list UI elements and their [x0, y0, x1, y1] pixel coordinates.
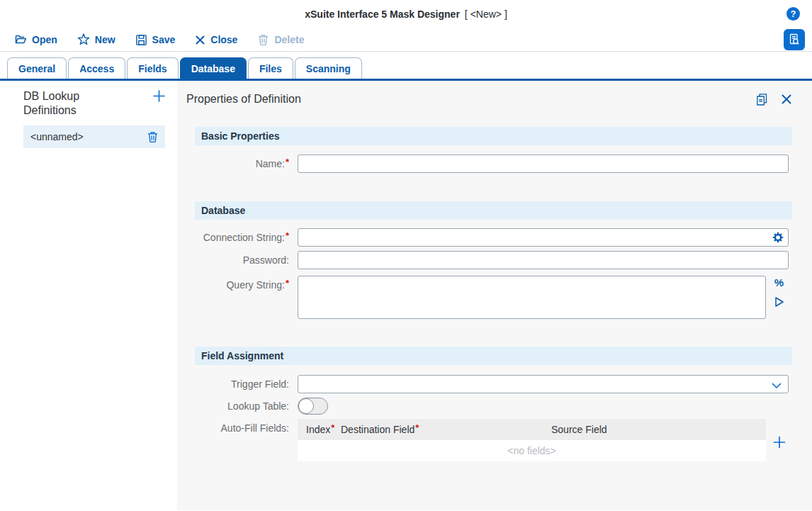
- section-database: Database: [195, 201, 792, 220]
- trigger-field-select[interactable]: [298, 375, 789, 393]
- list-item-definition[interactable]: <unnamed>: [23, 125, 165, 148]
- add-definition-button[interactable]: [152, 89, 166, 103]
- tab-general-label: General: [18, 63, 55, 74]
- connection-settings-button[interactable]: [772, 232, 784, 243]
- section-basic-properties-title: Basic Properties: [201, 130, 280, 142]
- chevron-down-icon: [772, 383, 782, 388]
- connection-string-input[interactable]: [298, 228, 789, 247]
- tab-files[interactable]: Files: [248, 57, 293, 79]
- tab-access[interactable]: Access: [68, 57, 125, 79]
- page-title-main: xSuite Interface 5 Mask Designer: [305, 9, 460, 20]
- close-x-icon: [195, 35, 205, 45]
- section-field-assignment: Field Assignment: [195, 347, 792, 365]
- wildcard-percent-button[interactable]: %: [774, 278, 784, 288]
- log-viewer-button[interactable]: [784, 29, 805, 50]
- save-button[interactable]: Save: [135, 34, 176, 46]
- app-header: xSuite Interface 5 Mask Designer[ <New> …: [0, 0, 812, 28]
- auto-fill-fields-label: Auto-Fill Fields:: [195, 419, 289, 434]
- lookup-table-label: Lookup Table:: [195, 400, 289, 412]
- trigger-field-label: Trigger Field:: [195, 378, 289, 390]
- section-field-assignment-title: Field Assignment: [201, 350, 283, 361]
- query-string-label: Query String:*: [195, 276, 289, 291]
- open-folder-icon: [14, 33, 27, 46]
- definitions-list: <unnamed>: [23, 125, 166, 148]
- star-icon: [77, 33, 90, 46]
- required-marker: *: [286, 230, 289, 241]
- open-button-label: Open: [32, 34, 57, 45]
- properties-title: Properties of Definition: [186, 93, 301, 106]
- password-label: Password:: [195, 254, 289, 266]
- page-title-suffix: [ <New> ]: [465, 9, 507, 20]
- auto-fill-fields-table: Index* Destination Field* Source Field <…: [298, 419, 766, 461]
- page-title: xSuite Interface 5 Mask Designer[ <New> …: [305, 9, 507, 20]
- close-button[interactable]: Close: [195, 34, 237, 45]
- save-floppy-icon: [135, 34, 147, 46]
- add-auto-fill-field-button[interactable]: [773, 422, 786, 461]
- password-input[interactable]: [298, 251, 789, 269]
- required-marker: *: [286, 157, 289, 167]
- toolbar: Open New Save Close: [0, 28, 812, 52]
- delete-button[interactable]: Delete: [257, 34, 304, 46]
- question-mark-icon: ?: [791, 9, 796, 19]
- section-database-title: Database: [201, 205, 245, 216]
- name-label: Name:*: [195, 158, 289, 169]
- definition-name: <unnamed>: [30, 131, 84, 142]
- required-marker: *: [415, 422, 419, 433]
- delete-button-label: Delete: [274, 34, 304, 45]
- column-header-source-field: Source Field: [546, 424, 766, 435]
- tab-fields[interactable]: Fields: [127, 57, 178, 79]
- lookup-table-toggle[interactable]: [298, 398, 328, 415]
- name-input[interactable]: [298, 155, 789, 173]
- document-search-icon: [788, 33, 801, 46]
- connection-string-label: Connection String:*: [195, 232, 289, 243]
- tab-scanning[interactable]: Scanning: [295, 57, 362, 79]
- run-query-button[interactable]: [774, 296, 784, 308]
- db-lookup-definitions-panel: DB Lookup Definitions <unnamed>: [0, 81, 177, 510]
- tab-general[interactable]: General: [7, 57, 67, 79]
- delete-definition-button[interactable]: [147, 131, 159, 143]
- trash-icon: [257, 34, 269, 46]
- tab-database[interactable]: Database: [180, 57, 247, 79]
- required-marker: *: [286, 278, 289, 288]
- new-button-label: New: [95, 34, 115, 45]
- section-basic-properties: Basic Properties: [195, 127, 792, 145]
- column-header-index: Index*: [298, 424, 335, 435]
- duplicate-definition-button[interactable]: [755, 93, 769, 106]
- tab-access-label: Access: [79, 63, 114, 74]
- required-marker: *: [331, 422, 334, 433]
- tab-files-label: Files: [259, 63, 282, 74]
- db-lookup-definitions-title: DB Lookup Definitions: [23, 89, 112, 118]
- tab-database-label: Database: [191, 63, 235, 74]
- toggle-knob: [298, 398, 314, 414]
- tab-fields-label: Fields: [138, 63, 167, 74]
- open-button[interactable]: Open: [14, 33, 57, 46]
- close-button-label: Close: [210, 34, 237, 45]
- close-properties-button[interactable]: [781, 94, 792, 105]
- auto-fill-table-header: Index* Destination Field* Source Field: [298, 419, 766, 440]
- tab-strip: General Access Fields Database Files Sca…: [0, 57, 812, 81]
- properties-panel: Properties of Definition: [177, 81, 812, 510]
- tab-scanning-label: Scanning: [306, 63, 351, 74]
- help-button[interactable]: ?: [786, 7, 800, 21]
- save-button-label: Save: [152, 34, 176, 45]
- column-header-destination-field: Destination Field*: [335, 424, 546, 435]
- query-string-textarea[interactable]: [298, 276, 766, 319]
- auto-fill-empty-row: <no fields>: [298, 440, 766, 461]
- new-button[interactable]: New: [77, 33, 115, 46]
